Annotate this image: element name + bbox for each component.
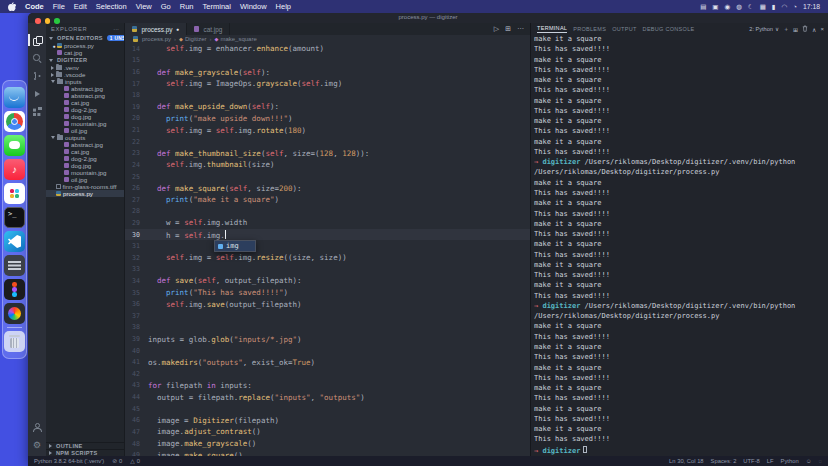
code-line[interactable]: 33 [125, 264, 530, 276]
tree-file[interactable]: process.py [46, 190, 124, 197]
status-item[interactable]: △0 [130, 458, 140, 464]
dock-terminal-icon[interactable]: >_ [4, 207, 25, 228]
tree-file[interactable]: mountain.jpg [46, 120, 124, 127]
root-folder-header[interactable]: DIGITIZER [46, 56, 124, 64]
code-line[interactable]: 21 self.img = self.img.rotate(180) [125, 124, 530, 136]
explorer-activity-button[interactable] [28, 31, 46, 49]
code-line[interactable]: 20 print("make upside down!!!") [125, 113, 530, 125]
status-item[interactable]: Ln 30, Col 18 [669, 458, 703, 464]
close-panel-button[interactable]: × [820, 26, 824, 32]
code-line[interactable]: 22 [125, 136, 530, 148]
status-item[interactable]: Python [781, 458, 799, 464]
tree-file[interactable]: oil.jpg [46, 176, 124, 183]
menu-help[interactable]: Help [276, 2, 291, 11]
dock-messages-icon[interactable] [4, 135, 25, 156]
breadcrumb-item[interactable]: ◆make_square [215, 36, 257, 42]
code-line[interactable]: 28 [125, 206, 530, 218]
close-window-button[interactable] [35, 18, 41, 24]
tree-folder[interactable]: inputs [46, 78, 124, 85]
tree-file[interactable]: dog.jpg [46, 162, 124, 169]
dock-chrome-icon[interactable] [4, 111, 25, 132]
code-line[interactable]: 32 self.img = self.img.resize((size, siz… [125, 252, 530, 264]
status-item[interactable]: ◌ [819, 458, 822, 464]
panel-tab-terminal[interactable]: TERMINAL [537, 25, 567, 33]
dock-slack-icon[interactable] [4, 183, 25, 204]
code-line[interactable]: 45 [125, 403, 530, 415]
kill-terminal-button[interactable] [802, 25, 808, 33]
code-line[interactable]: 24 self.img.thumbnail(size) [125, 159, 530, 171]
dock-trash-icon[interactable] [4, 331, 25, 352]
tree-folder[interactable]: .venv [46, 64, 124, 71]
menu-go[interactable]: Go [161, 2, 171, 11]
tree-file[interactable]: abstract.jpg [46, 85, 124, 92]
zoom-window-button[interactable] [54, 18, 60, 24]
split-editor-button[interactable]: ⊞ [505, 25, 511, 33]
code-line[interactable]: 15 [125, 55, 530, 67]
status-item[interactable]: Spaces: 2 [711, 458, 737, 464]
dock-keyboard-icon[interactable] [4, 255, 25, 276]
section-npm-scripts[interactable]: NPM SCRIPTS [46, 449, 124, 456]
tree-folder[interactable]: .vscode [46, 71, 124, 78]
wifi-icon[interactable]: ◠ [781, 0, 787, 13]
maximize-panel-button[interactable]: ∧ [812, 26, 816, 33]
code-line[interactable]: 47 image.adjust_contrast() [125, 426, 530, 438]
code-line[interactable]: 23 def make_thumbnail_size(self, size=(1… [125, 147, 530, 159]
status-item[interactable]: LF [767, 458, 774, 464]
tree-file[interactable]: cat.jpg [46, 148, 124, 155]
breadcrumb-item[interactable]: process.py [133, 36, 171, 42]
code-line[interactable]: 35 print("This has saved!!!!") [125, 287, 530, 299]
status-item[interactable]: ⊘0 [112, 458, 122, 464]
open-editors-header[interactable]: OPEN EDITORS 1 UNSAVED [46, 34, 124, 42]
code-line[interactable]: 46 image = Digitizer(filepath) [125, 415, 530, 427]
window-title-bar[interactable]: process.py — digitizer [28, 13, 828, 23]
menu-file[interactable]: File [53, 2, 65, 11]
terminal-output[interactable]: make it a squareThis has saved!!!!make i… [534, 35, 828, 456]
more-actions-button[interactable]: ⋯ [517, 25, 524, 33]
menu-view[interactable]: View [136, 2, 152, 11]
menu-window[interactable]: Window [240, 2, 267, 11]
dock-vscode-icon[interactable] [4, 231, 25, 252]
run-python-file-button[interactable]: ▷ [494, 25, 499, 33]
do-not-disturb-icon[interactable]: ☾ [748, 0, 754, 13]
source-control-activity-button[interactable] [28, 67, 46, 85]
dock-figma-icon[interactable] [4, 279, 25, 300]
dock-finder-icon[interactable] [4, 87, 25, 108]
code-line[interactable]: 27 print("make it a square") [125, 194, 530, 206]
open-editor-item[interactable]: ●process.py [46, 42, 124, 49]
code-line[interactable]: 48 image.make_grayscale() [125, 438, 530, 450]
code-line[interactable]: 30 h = self.img. [125, 229, 530, 241]
search-activity-button[interactable] [28, 49, 46, 67]
tree-file[interactable]: oil.jpg [46, 127, 124, 134]
tab-cat.jpg[interactable]: cat.jpg [187, 23, 230, 35]
sidebar-more-actions-icon[interactable]: ··· [113, 26, 119, 32]
code-line[interactable]: 43for filepath in inputs: [125, 380, 530, 392]
code-line[interactable]: 19 def make_upside_down(self): [125, 101, 530, 113]
code-editor[interactable]: 14 self.img = enhancer.enhance(amount)15… [125, 43, 530, 456]
code-line[interactable]: 36 self.img.save(output_filepath) [125, 298, 530, 310]
control-center-icon[interactable]: ◔ [793, 0, 797, 13]
code-line[interactable]: 40 [125, 345, 530, 357]
menu-run[interactable]: Run [180, 2, 194, 11]
tree-file[interactable]: dog-2.jpg [46, 106, 124, 113]
status-item[interactable]: ☺ [806, 458, 812, 464]
minimize-window-button[interactable] [45, 18, 51, 24]
tree-file[interactable]: finn-glass-rooms.tiff [46, 183, 124, 190]
terminal-picker[interactable]: 2: Python∨ [749, 26, 779, 32]
open-editor-item[interactable]: cat.jpg [46, 49, 124, 56]
code-line[interactable]: 49 image.make_square() [125, 449, 530, 456]
code-line[interactable]: 25 [125, 171, 530, 183]
split-terminal-button[interactable]: ⊞ [793, 26, 798, 33]
gear-button[interactable]: ⚙ [28, 436, 46, 454]
status-item[interactable]: Python 3.8.2 64-bit ('.venv') [34, 458, 104, 464]
tree-folder[interactable]: outputs [46, 134, 124, 141]
code-line[interactable]: 44 output = filepath.replace("inputs", "… [125, 391, 530, 403]
extensions-activity-button[interactable] [28, 103, 46, 121]
code-line[interactable]: 38 [125, 322, 530, 334]
apple-menu-icon[interactable] [8, 2, 16, 11]
run-debug-activity-button[interactable] [28, 85, 46, 103]
code-line[interactable]: 14 self.img = enhancer.enhance(amount) [125, 43, 530, 55]
tree-file[interactable]: mountain.jpg [46, 169, 124, 176]
tree-file[interactable]: abstract.png [46, 92, 124, 99]
menu-edit[interactable]: Edit [74, 2, 87, 11]
code-line[interactable]: 26 def make_square(self, size=200): [125, 182, 530, 194]
